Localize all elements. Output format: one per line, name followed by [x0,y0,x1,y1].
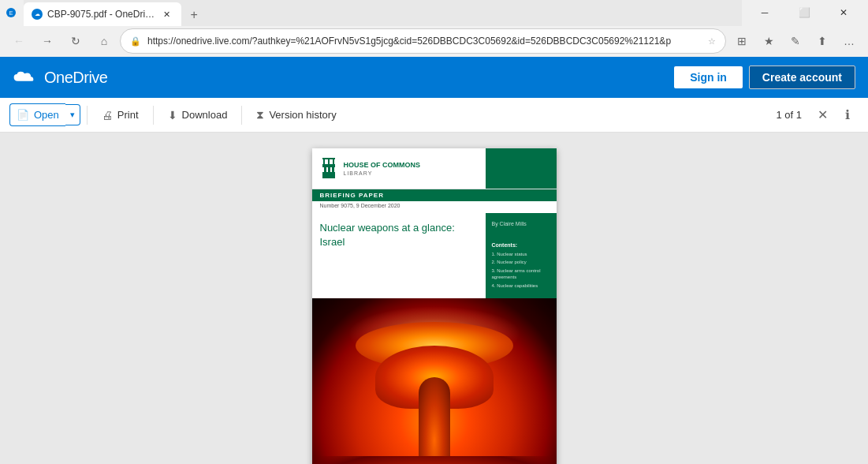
ground-glow [312,456,557,464]
contents-item: 3. Nuclear arms control agreements [492,268,550,281]
document-title: Nuclear weapons at a glance: Israel [320,221,478,249]
favorites-icon[interactable]: ☆ [708,36,716,47]
browser-chrome: E ☁ CBP-9075.pdf - OneDri… ✕ + ─ ⬜ ✕ ← →… [0,0,868,57]
download-label: Download [182,109,228,121]
document-author: By Claire Mills [492,221,550,226]
close-button[interactable]: ✕ [825,0,862,25]
share-button[interactable]: ⬆ [810,28,835,54]
toolbar-close-button[interactable]: ✕ [811,104,833,126]
download-button[interactable]: ⬇ Download [160,104,236,126]
page-indicator: 1 of 1 [776,109,802,121]
pdf-toolbar: 📄 Open ▾ 🖨 Print ⬇ Download ⧗ Version hi… [0,98,868,133]
version-history-button[interactable]: ⧗ Version history [248,103,344,126]
nav-actions: ⊞ ★ ✎ ⬆ … [729,28,862,54]
open-button[interactable]: 📄 Open [9,103,65,126]
svg-rect-4 [322,164,335,166]
print-label: Print [117,109,139,121]
home-button[interactable]: ⌂ [91,28,117,54]
browser-icon: E [6,8,16,17]
open-doc-icon: 📄 [17,109,29,121]
document-header: House of Commons Library [312,148,557,189]
version-history-label: Version history [269,109,336,121]
institution-sub: Library [344,170,421,176]
document-sidebar: By Claire Mills Contents: 1. Nuclear sta… [486,213,557,298]
contents-item: 2. Nuclear policy [492,259,550,265]
maximize-button[interactable]: ⬜ [786,0,822,25]
contents-list: 1. Nuclear status2. Nuclear policy3. Nuc… [492,251,550,289]
back-button[interactable]: ← [6,28,32,54]
forward-button[interactable]: → [35,28,60,54]
open-dropdown-icon: ▾ [70,110,75,120]
minimize-button[interactable]: ─ [747,0,783,25]
svg-rect-0 [322,158,335,159]
tab-close-button[interactable]: ✕ [159,7,173,21]
open-label: Open [34,109,59,121]
open-dropdown-button[interactable]: ▾ [65,104,80,125]
svg-rect-8 [332,167,334,172]
create-account-button[interactable]: Create account [749,65,855,89]
address-bar[interactable]: 🔒 https://onedrive.live.com/?authkey=%21… [120,28,726,54]
contents-item: 4. Nuclear capabilities [492,283,550,289]
lock-icon: 🔒 [130,36,141,47]
onedrive-header: OneDrive Sign in Create account [0,57,868,98]
new-tab-button[interactable]: + [183,4,205,26]
info-button[interactable]: ℹ [836,104,859,126]
document-image [312,298,557,464]
close-icon: ✕ [818,107,828,122]
briefing-number-text: Number 9075, 9 December 2020 [320,203,400,208]
document-body: Nuclear weapons at a glance: Israel By C… [312,213,557,298]
logo-area: House of Commons Library [312,148,486,189]
tab-favicon: ☁ [32,9,43,20]
title-bar: E ☁ CBP-9075.pdf - OneDri… ✕ + ─ ⬜ ✕ [0,0,868,25]
collections-button[interactable]: ✎ [783,28,808,54]
info-icon: ℹ [845,107,850,122]
hoc-emblem-icon [320,158,337,180]
open-dropdown: 📄 Open ▾ [9,103,80,126]
nav-bar: ← → ↻ ⌂ 🔒 https://onedrive.live.com/?aut… [0,25,868,57]
favorites-button[interactable]: ★ [756,28,781,54]
print-icon: 🖨 [102,109,113,122]
version-history-icon: ⧗ [256,108,264,122]
contents-item: 1. Nuclear status [492,251,550,257]
onedrive-cloud-icon [13,69,38,85]
svg-rect-9 [322,172,335,174]
header-green-block [486,148,557,189]
svg-rect-6 [324,167,326,172]
window-controls: ─ ⬜ ✕ [747,0,862,25]
active-tab[interactable]: ☁ CBP-9075.pdf - OneDri… ✕ [24,2,181,26]
contents-label: Contents: [492,242,550,248]
tab-bar: ☁ CBP-9075.pdf - OneDri… ✕ + [24,0,742,26]
institution-name: House of Commons [344,161,421,170]
svg-rect-10 [322,174,335,178]
document-main: Nuclear weapons at a glance: Israel [312,213,486,298]
institution-text: House of Commons Library [344,161,421,176]
svg-rect-5 [322,166,335,167]
tab-title: CBP-9075.pdf - OneDri… [47,9,155,20]
url-text: https://onedrive.live.com/?authkey=%21AO… [147,36,702,47]
onedrive-logo: OneDrive [13,69,107,87]
refresh-button[interactable]: ↻ [63,28,88,54]
download-icon: ⬇ [168,109,177,122]
briefing-type: BRIEFING PAPER [320,192,384,199]
tab-list-button[interactable]: ⊞ [729,28,754,54]
onedrive-logo-text: OneDrive [44,69,107,87]
pdf-content-area: House of Commons Library BRIEFING PAPER … [0,133,868,464]
pdf-page: House of Commons Library BRIEFING PAPER … [312,148,557,464]
svg-rect-7 [328,167,330,172]
toolbar-separator-2 [153,106,154,125]
briefing-bar: BRIEFING PAPER [312,189,557,201]
briefing-number: Number 9075, 9 December 2020 [312,201,557,213]
toolbar-separator-3 [241,106,242,125]
more-button[interactable]: … [836,28,862,54]
mushroom-stem [419,377,450,464]
print-button[interactable]: 🖨 Print [94,104,147,126]
sign-in-button[interactable]: Sign in [674,66,743,88]
toolbar-separator-1 [87,106,88,125]
